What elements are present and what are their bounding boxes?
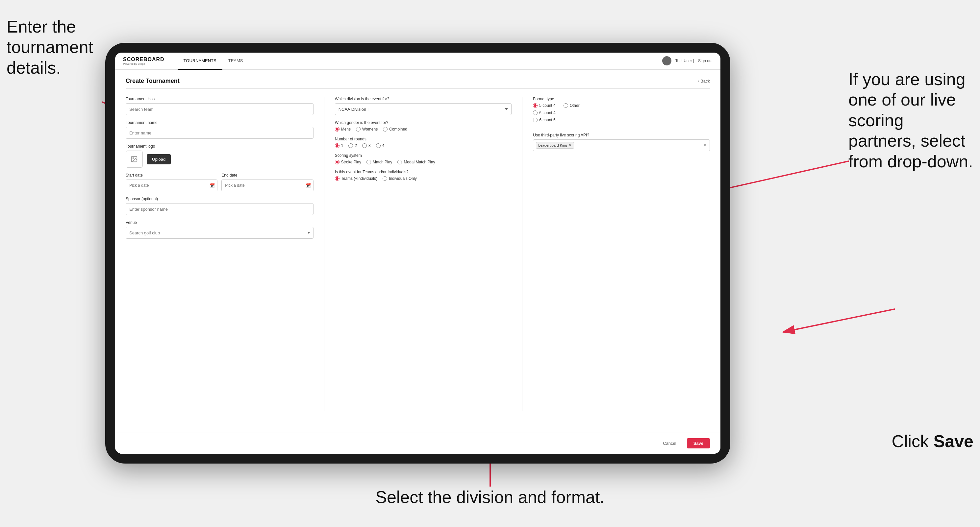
name-label: Tournament name — [126, 120, 313, 125]
form-footer: Cancel Save — [115, 433, 721, 454]
rounds-2-label: 2 — [355, 143, 357, 148]
gender-label: Which gender is the event for? — [335, 120, 512, 125]
scoring-medal-label: Medal Match Play — [404, 160, 435, 164]
back-button[interactable]: ‹ Back — [698, 79, 710, 84]
rounds-2-radio[interactable] — [348, 143, 353, 148]
start-date-wrapper: 📅 — [126, 179, 218, 191]
rounds-2[interactable]: 2 — [348, 143, 357, 148]
tablet-frame: SCOREBOARD Powered by Clippé TOURNAMENTS… — [105, 43, 730, 464]
signout-link[interactable]: Sign out — [698, 59, 713, 63]
navbar-nav: TOURNAMENTS TEAMS — [178, 52, 662, 69]
nav-teams[interactable]: TEAMS — [223, 52, 249, 70]
gender-combined[interactable]: Combined — [383, 127, 407, 132]
event-teams-radio[interactable] — [335, 176, 339, 181]
svg-line-3 — [783, 309, 895, 332]
live-scoring-tag-text: Leaderboard King — [538, 143, 567, 147]
end-date-group: End date 📅 — [221, 173, 313, 191]
annotation-save-bold: Save — [934, 432, 974, 451]
live-scoring-chevron[interactable]: ▼ — [703, 143, 707, 148]
scoring-match-label: Match Play — [373, 160, 392, 164]
upload-button[interactable]: Upload — [147, 154, 171, 164]
format-other[interactable]: Other — [563, 103, 580, 108]
gender-combined-radio[interactable] — [383, 127, 388, 132]
form-columns: Tournament Host Tournament name Tourname… — [126, 97, 710, 411]
save-button[interactable]: Save — [687, 438, 710, 448]
scoring-match[interactable]: Match Play — [366, 160, 392, 164]
navbar-right: Test User | Sign out — [662, 56, 713, 65]
scoring-radio-row: Stroke Play Match Play Medal Match Play — [335, 160, 512, 164]
scoring-label: Scoring system — [335, 153, 512, 158]
format-5count4-radio[interactable] — [533, 103, 538, 108]
format-label: Format type — [533, 97, 710, 101]
division-select[interactable]: NCAA Division I — [335, 103, 512, 115]
event-individuals[interactable]: Individuals Only — [383, 176, 417, 181]
rounds-4-radio[interactable] — [376, 143, 380, 148]
logo-upload: Upload — [126, 151, 313, 168]
sponsor-label: Sponsor (optional) — [126, 197, 313, 201]
format-6count4[interactable]: 6 count 4 — [533, 111, 555, 115]
form-col3: Format type 5 count 4 6 count — [522, 97, 710, 411]
logo-label: Tournament logo — [126, 144, 313, 149]
rounds-4[interactable]: 4 — [376, 143, 385, 148]
venue-dropdown-icon: ▼ — [307, 230, 311, 235]
svg-point-6 — [132, 157, 134, 159]
event-individuals-radio[interactable] — [383, 176, 387, 181]
venue-label: Venue — [126, 220, 313, 225]
rounds-group: Number of rounds 1 2 — [335, 137, 512, 148]
event-individuals-label: Individuals Only — [389, 176, 417, 181]
nav-tournaments[interactable]: TOURNAMENTS — [178, 52, 223, 70]
scoring-stroke-radio[interactable] — [335, 160, 339, 164]
cancel-button[interactable]: Cancel — [656, 438, 682, 448]
end-date-wrapper: 📅 — [221, 179, 313, 191]
format-other-radio[interactable] — [563, 103, 568, 108]
gender-womens-label: Womens — [362, 127, 378, 132]
sponsor-input[interactable] — [126, 203, 313, 215]
gender-mens-radio[interactable] — [335, 127, 339, 132]
scoring-stroke[interactable]: Stroke Play — [335, 160, 361, 164]
rounds-radio-row: 1 2 3 — [335, 143, 512, 148]
gender-radio-row: Mens Womens Combined — [335, 127, 512, 132]
venue-input[interactable] — [126, 227, 313, 239]
gender-mens[interactable]: Mens — [335, 127, 351, 132]
rounds-1[interactable]: 1 — [335, 143, 344, 148]
format-6count4-label: 6 count 4 — [539, 111, 555, 115]
format-5count4-label: 5 count 4 — [539, 103, 555, 108]
rounds-3-label: 3 — [368, 143, 371, 148]
scoring-stroke-label: Stroke Play — [341, 160, 361, 164]
end-date-label: End date — [221, 173, 313, 178]
format-6count5[interactable]: 6 count 5 — [533, 118, 555, 122]
format-6count5-label: 6 count 5 — [539, 118, 555, 122]
navbar: SCOREBOARD Powered by Clippé TOURNAMENTS… — [115, 52, 721, 70]
gender-womens-radio[interactable] — [356, 127, 361, 132]
format-6count4-radio[interactable] — [533, 111, 538, 115]
logo-group: Tournament logo Upload — [126, 144, 313, 168]
division-group: Which division is the event for? NCAA Di… — [335, 97, 512, 115]
annotation-top-right: If you are using one of our live scoring… — [848, 69, 974, 171]
format-5count4[interactable]: 5 count 4 — [533, 103, 555, 108]
event-teams[interactable]: Teams (+Individuals) — [335, 176, 377, 181]
name-input[interactable] — [126, 127, 313, 139]
scoring-medal[interactable]: Medal Match Play — [398, 160, 435, 164]
format-6count5-radio[interactable] — [533, 118, 538, 122]
end-date-input[interactable] — [221, 179, 313, 191]
sponsor-group: Sponsor (optional) — [126, 197, 313, 215]
format-group: Format type 5 count 4 6 count — [533, 97, 710, 122]
gender-group: Which gender is the event for? Mens Wome… — [335, 120, 512, 132]
start-date-input[interactable] — [126, 179, 218, 191]
live-scoring-label: Use third-party live scoring API? — [533, 133, 710, 137]
form-header: Create Tournament ‹ Back — [126, 78, 710, 89]
date-row: Start date 📅 End date 📅 — [126, 173, 313, 191]
live-scoring-tag: Leaderboard King ✕ — [536, 142, 574, 149]
gender-womens[interactable]: Womens — [356, 127, 378, 132]
host-group: Tournament Host — [126, 97, 313, 115]
tag-close-icon[interactable]: ✕ — [568, 143, 572, 148]
tablet-screen: SCOREBOARD Powered by Clippé TOURNAMENTS… — [115, 52, 721, 454]
gender-mens-label: Mens — [341, 127, 351, 132]
host-input[interactable] — [126, 103, 313, 115]
rounds-3-radio[interactable] — [362, 143, 367, 148]
scoring-match-radio[interactable] — [366, 160, 371, 164]
live-scoring-input-wrapper[interactable]: Leaderboard King ✕ ▼ — [533, 140, 710, 151]
rounds-3[interactable]: 3 — [362, 143, 371, 148]
rounds-1-radio[interactable] — [335, 143, 339, 148]
scoring-medal-radio[interactable] — [398, 160, 402, 164]
